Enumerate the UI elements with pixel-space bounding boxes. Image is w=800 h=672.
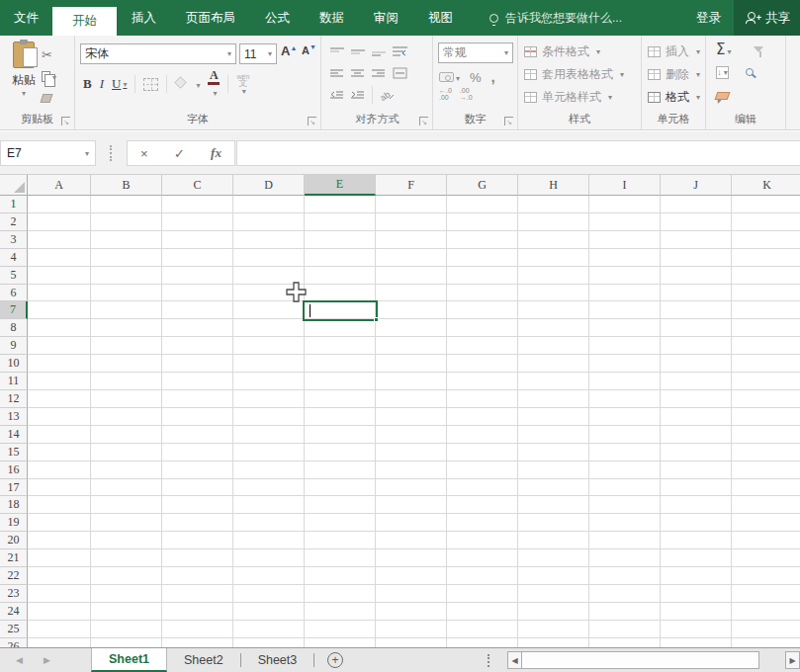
cell-j16[interactable] — [661, 462, 732, 479]
cell-g9[interactable] — [447, 337, 518, 355]
cell-k22[interactable] — [732, 567, 800, 585]
cell-i18[interactable] — [589, 496, 661, 514]
cell-d4[interactable] — [233, 249, 305, 267]
cell-j14[interactable] — [661, 426, 732, 444]
formula-enter-button[interactable]: ✓ — [174, 146, 185, 161]
alignment-dialog-launcher-icon[interactable]: ↘ — [419, 117, 428, 126]
font-name-combo[interactable]: 宋体▾ — [80, 43, 236, 64]
cell-j8[interactable] — [661, 319, 732, 337]
cell-f19[interactable] — [376, 514, 447, 532]
cell-b13[interactable] — [91, 408, 162, 426]
cell-k9[interactable] — [732, 337, 800, 355]
cell-d11[interactable] — [233, 373, 305, 390]
cell-e1[interactable] — [305, 196, 376, 213]
cell-b14[interactable] — [91, 426, 162, 444]
row-header-23[interactable]: 23 — [0, 585, 28, 603]
column-header-c[interactable]: C — [162, 175, 233, 196]
cell-c25[interactable] — [162, 621, 233, 638]
cell-i7[interactable] — [589, 301, 661, 319]
row-header-20[interactable]: 20 — [0, 532, 28, 549]
cell-h10[interactable] — [518, 355, 589, 373]
cell-j15[interactable] — [661, 444, 732, 462]
cell-k2[interactable] — [732, 213, 800, 231]
cell-i6[interactable] — [589, 285, 661, 302]
cell-e2[interactable] — [305, 213, 376, 231]
cell-g5[interactable] — [447, 267, 518, 285]
cell-h6[interactable] — [518, 285, 589, 302]
cell-k21[interactable] — [732, 549, 800, 567]
cell-g2[interactable] — [447, 213, 518, 231]
cell-g23[interactable] — [447, 585, 518, 603]
cell-b9[interactable] — [91, 337, 162, 355]
cell-k14[interactable] — [732, 426, 800, 444]
cell-h23[interactable] — [518, 585, 589, 603]
cell-e20[interactable] — [305, 532, 376, 549]
cell-a25[interactable] — [28, 621, 91, 638]
fill-color-icon[interactable] — [175, 76, 187, 88]
add-sheet-button[interactable]: + — [327, 652, 343, 668]
cell-i2[interactable] — [589, 213, 661, 231]
format-as-table-button[interactable]: 套用表格格式 — [524, 64, 624, 84]
cell-j9[interactable] — [661, 337, 732, 355]
cell-c14[interactable] — [162, 426, 233, 444]
cell-e13[interactable] — [305, 408, 376, 426]
column-header-g[interactable]: G — [447, 175, 518, 196]
tab-page-layout[interactable]: 页面布局 — [171, 0, 250, 36]
cell-g26[interactable] — [447, 638, 518, 647]
cell-a19[interactable] — [28, 514, 91, 532]
cell-g20[interactable] — [447, 532, 518, 549]
cell-c3[interactable] — [162, 231, 233, 249]
cell-c16[interactable] — [162, 462, 233, 479]
tab-formulas[interactable]: 公式 — [250, 0, 305, 36]
align-top-icon[interactable] — [330, 46, 344, 57]
cell-e26[interactable] — [305, 638, 376, 647]
sheet-tab-sheet2[interactable]: Sheet2 — [167, 648, 240, 672]
cell-f11[interactable] — [376, 373, 447, 390]
cell-d10[interactable] — [233, 355, 305, 373]
cell-a15[interactable] — [28, 444, 91, 462]
cell-a5[interactable] — [28, 267, 91, 285]
cell-b16[interactable] — [91, 462, 162, 479]
cell-f6[interactable] — [376, 285, 447, 302]
comma-style-button[interactable]: , — [491, 73, 495, 81]
row-header-10[interactable]: 10 — [0, 355, 28, 373]
sign-in-button[interactable]: 登录 — [683, 0, 734, 36]
cell-j18[interactable] — [661, 496, 732, 514]
cell-i4[interactable] — [589, 249, 661, 267]
cell-k4[interactable] — [732, 249, 800, 267]
cell-a26[interactable] — [28, 638, 91, 647]
cell-j5[interactable] — [661, 267, 732, 285]
cell-g4[interactable] — [447, 249, 518, 267]
cell-a7[interactable] — [28, 301, 91, 319]
cell-d19[interactable] — [233, 514, 305, 532]
cell-e17[interactable] — [305, 479, 376, 497]
cell-k18[interactable] — [732, 496, 800, 514]
paste-button[interactable]: 粘贴 ▾ — [6, 42, 42, 117]
cell-d23[interactable] — [233, 585, 305, 603]
align-bottom-icon[interactable] — [372, 46, 386, 57]
cell-i10[interactable] — [589, 355, 661, 373]
column-header-b[interactable]: B — [91, 175, 162, 196]
cell-h13[interactable] — [518, 408, 589, 426]
cell-j13[interactable] — [661, 408, 732, 426]
cell-e3[interactable] — [305, 231, 376, 249]
row-header-4[interactable]: 4 — [0, 249, 28, 267]
fill-color-dropdown-icon[interactable] — [194, 77, 200, 91]
cell-e25[interactable] — [305, 621, 376, 638]
column-header-k[interactable]: K — [732, 175, 800, 196]
cell-e11[interactable] — [305, 373, 376, 390]
cell-i24[interactable] — [589, 603, 661, 621]
cell-i25[interactable] — [589, 621, 661, 638]
row-header-19[interactable]: 19 — [0, 514, 28, 532]
conditional-formatting-button[interactable]: 条件格式 — [524, 42, 600, 61]
cell-b18[interactable] — [91, 496, 162, 514]
cell-f12[interactable] — [376, 390, 447, 408]
cell-e21[interactable] — [305, 549, 376, 567]
underline-button[interactable]: U — [112, 74, 127, 94]
cell-e18[interactable] — [305, 496, 376, 514]
cell-g13[interactable] — [447, 408, 518, 426]
align-left-icon[interactable] — [330, 68, 344, 79]
cell-e23[interactable] — [305, 585, 376, 603]
find-select-icon[interactable] — [746, 68, 754, 76]
cell-c13[interactable] — [162, 408, 233, 426]
